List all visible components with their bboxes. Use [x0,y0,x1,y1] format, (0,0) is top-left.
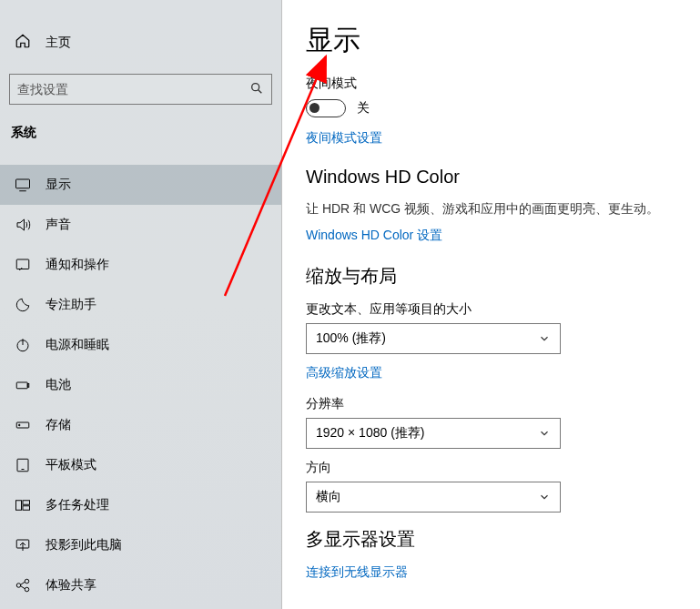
home-label: 主页 [46,35,71,51]
sidebar-item-label: 电源和睡眠 [46,337,109,353]
sidebar-item-tablet[interactable]: 平板模式 [0,445,281,485]
sidebar-item-notifications[interactable]: 通知和操作 [0,245,281,285]
svg-rect-4 [16,259,29,269]
power-icon [15,337,31,353]
sidebar-item-storage[interactable]: 存储 [0,405,281,445]
svg-rect-7 [16,382,27,389]
focus-icon [15,297,31,313]
night-mode-toggle[interactable] [306,99,346,117]
content-area: 显示 夜间模式 关 夜间模式设置 Windows HD Color 让 HDR … [282,0,700,609]
hd-color-title: Windows HD Color [306,167,676,188]
home-icon [15,33,31,52]
scaling-title: 缩放与布局 [306,264,676,289]
search-box[interactable] [9,74,272,105]
share-icon [15,577,31,594]
sidebar-item-label: 通知和操作 [46,257,109,273]
chevron-down-icon [538,427,551,440]
svg-line-22 [21,586,25,589]
orientation-label: 方向 [306,460,676,476]
sidebar-item-label: 存储 [46,417,71,433]
sidebar-item-sound[interactable]: 声音 [0,205,281,245]
sidebar-item-power[interactable]: 电源和睡眠 [0,325,281,365]
svg-point-10 [19,424,21,426]
home-nav[interactable]: 主页 [0,27,281,57]
svg-rect-8 [27,384,29,388]
sidebar-item-label: 多任务处理 [46,497,109,513]
sidebar-item-share[interactable]: 体验共享 [0,565,281,605]
sidebar-item-label: 显示 [46,177,71,193]
scale-label: 更改文本、应用等项目的大小 [306,301,676,318]
night-mode-state: 关 [357,100,370,117]
svg-point-0 [252,83,259,90]
search-input[interactable] [17,82,249,96]
resolution-select[interactable]: 1920 × 1080 (推荐) [306,418,561,449]
hd-color-link[interactable]: Windows HD Color 设置 [306,228,442,244]
night-mode-settings-link[interactable]: 夜间模式设置 [306,130,382,147]
chevron-down-icon [538,491,551,503]
sidebar-item-label: 平板模式 [46,457,96,473]
category-label: 系统 [0,121,281,145]
svg-point-18 [16,584,21,588]
svg-point-20 [25,587,29,592]
svg-rect-15 [23,506,30,511]
svg-rect-14 [23,501,30,505]
orientation-select[interactable]: 横向 [306,482,561,513]
chevron-down-icon [538,332,551,345]
display-icon [15,177,31,193]
sidebar-item-label: 体验共享 [46,577,96,594]
multi-display-title: 多显示器设置 [306,527,676,552]
sidebar-item-display[interactable]: 显示 [0,165,281,205]
tablet-icon [15,457,31,473]
scale-select[interactable]: 100% (推荐) [306,323,561,354]
storage-icon [15,417,31,433]
scale-value: 100% (推荐) [316,330,386,347]
sound-icon [15,217,31,233]
svg-line-1 [259,89,262,93]
advanced-scaling-link[interactable]: 高级缩放设置 [306,365,382,381]
svg-rect-13 [16,501,22,511]
wireless-display-link[interactable]: 连接到无线显示器 [306,564,408,581]
sidebar-item-label: 专注助手 [46,297,96,313]
resolution-value: 1920 × 1080 (推荐) [316,425,424,442]
battery-icon [15,377,31,393]
sidebar-item-project[interactable]: 投影到此电脑 [0,525,281,565]
svg-rect-2 [16,179,30,188]
orientation-value: 横向 [316,489,341,505]
sidebar-item-label: 声音 [46,217,71,233]
project-icon [15,537,31,553]
svg-point-19 [25,579,29,584]
page-title: 显示 [306,22,676,59]
multitask-icon [15,497,31,513]
sidebar-item-multitask[interactable]: 多任务处理 [0,485,281,525]
night-mode-label: 夜间模式 [306,76,676,92]
sidebar-item-label: 电池 [46,377,71,393]
sidebar-item-label: 投影到此电脑 [46,537,122,553]
sidebar: 主页 系统 显示 声音 通知和操作 专注助手 电源和睡眠 [0,0,282,609]
svg-line-21 [21,582,25,584]
search-icon [249,81,264,98]
hd-color-desc: 让 HDR 和 WCG 视频、游戏和应用中的画面更明亮、更生动。 [306,200,676,218]
sidebar-item-focus[interactable]: 专注助手 [0,285,281,325]
notification-icon [15,257,31,273]
sidebar-item-battery[interactable]: 电池 [0,365,281,405]
resolution-label: 分辨率 [306,396,676,412]
